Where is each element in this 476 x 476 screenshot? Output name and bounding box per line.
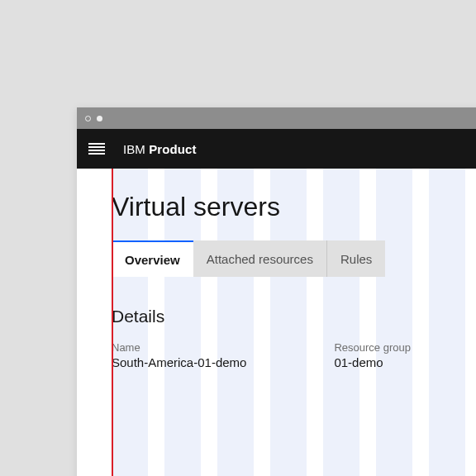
- app-header: IBM Product: [77, 129, 476, 169]
- field-name-label: Name: [112, 341, 246, 354]
- field-resource-group: Resource group 01-demo: [334, 341, 411, 369]
- field-name-value: South-America-01-demo: [112, 355, 246, 369]
- field-name: Name South-America-01-demo: [112, 341, 246, 369]
- tab-overview[interactable]: Overview: [112, 240, 193, 277]
- brand-company: IBM: [123, 142, 145, 156]
- field-resource-group-label: Resource group: [334, 341, 411, 354]
- tabs: Overview Attached resources Rules: [112, 240, 476, 277]
- brand: IBM Product: [123, 142, 197, 156]
- window-control-dot[interactable]: [97, 116, 102, 121]
- details-heading: Details: [112, 307, 476, 326]
- page-title: Virtual servers: [112, 169, 476, 240]
- window-control-dot[interactable]: [85, 116, 91, 121]
- tab-rules[interactable]: Rules: [327, 240, 385, 277]
- brand-product: Product: [149, 142, 196, 156]
- content-area: Virtual servers Overview Attached resour…: [77, 169, 476, 476]
- menu-icon[interactable]: [88, 143, 105, 155]
- details-fields: Name South-America-01-demo Resource grou…: [112, 341, 476, 369]
- window-titlebar: [77, 107, 476, 129]
- alignment-guide: [112, 169, 113, 476]
- field-resource-group-value: 01-demo: [334, 355, 411, 369]
- tab-attached-resources[interactable]: Attached resources: [193, 240, 327, 277]
- app-window: IBM Product Virtual servers Overview Att…: [77, 107, 476, 476]
